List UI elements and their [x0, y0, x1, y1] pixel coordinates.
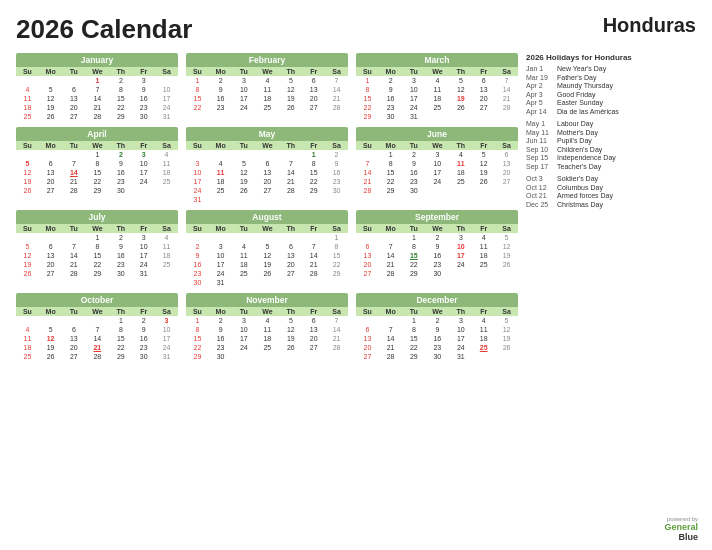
- day-cell: 13: [255, 168, 279, 177]
- dow-header: Fr: [132, 67, 155, 76]
- day-cell: 3: [132, 76, 155, 85]
- dow-header: Th: [279, 307, 302, 316]
- day-cell: 11: [232, 251, 255, 260]
- dow-header: Sa: [495, 307, 518, 316]
- day-cell: 31: [155, 112, 178, 121]
- day-cell: 5: [232, 159, 255, 168]
- day-cell: 30: [425, 269, 449, 278]
- day-cell: 9: [109, 242, 132, 251]
- day-cell: [356, 233, 379, 242]
- day-cell: 13: [62, 94, 85, 103]
- day-cell: 30: [325, 186, 348, 195]
- day-cell: 18: [255, 334, 279, 343]
- day-cell: 31: [209, 278, 233, 287]
- dow-header: Tu: [402, 67, 425, 76]
- day-cell: 21: [495, 94, 518, 103]
- holiday-item: Sep 17Teacher's Day: [526, 163, 696, 170]
- day-cell: 8: [85, 159, 109, 168]
- dow-header: Th: [449, 141, 472, 150]
- day-cell: 9: [379, 85, 403, 94]
- month-table-10: SuMoTuWeThFrSa12345678910111213141516171…: [186, 307, 348, 361]
- day-cell: 3: [449, 233, 472, 242]
- dow-header: Th: [449, 224, 472, 233]
- holiday-name: Columbus Day: [557, 184, 603, 191]
- month-block-october: OctoberSuMoTuWeThFrSa1234567891011121314…: [16, 293, 178, 361]
- day-cell: 6: [302, 76, 325, 85]
- day-cell: 5: [279, 76, 302, 85]
- day-cell: 16: [132, 94, 155, 103]
- day-cell: 23: [109, 177, 132, 186]
- day-cell: 28: [62, 186, 85, 195]
- day-cell: 28: [85, 352, 109, 361]
- day-cell: 2: [402, 150, 425, 159]
- day-cell: 5: [495, 233, 518, 242]
- day-cell: 15: [302, 168, 325, 177]
- day-cell: 11: [255, 85, 279, 94]
- day-cell: 25: [232, 269, 255, 278]
- dow-header: We: [425, 224, 449, 233]
- day-cell: 13: [279, 251, 302, 260]
- holiday-item: May 11Mother's Day: [526, 129, 696, 136]
- day-cell: 25: [209, 186, 233, 195]
- day-cell: 6: [62, 85, 85, 94]
- day-cell: [356, 316, 379, 325]
- day-cell: 12: [16, 168, 39, 177]
- day-cell: 21: [85, 343, 109, 352]
- day-cell: 21: [62, 177, 85, 186]
- dow-header: We: [85, 307, 109, 316]
- day-cell: 5: [495, 316, 518, 325]
- day-cell: 30: [109, 269, 132, 278]
- day-cell: 9: [209, 85, 233, 94]
- day-cell: 18: [449, 168, 472, 177]
- dow-header: Tu: [402, 141, 425, 150]
- day-cell: 14: [379, 334, 403, 343]
- day-cell: 12: [279, 325, 302, 334]
- dow-header: Su: [186, 224, 209, 233]
- holiday-date: Oct 21: [526, 192, 554, 199]
- day-cell: 3: [186, 159, 209, 168]
- day-cell: 11: [16, 334, 39, 343]
- day-cell: 22: [85, 260, 109, 269]
- dow-header: Su: [16, 307, 39, 316]
- day-cell: 10: [132, 159, 155, 168]
- day-cell: 26: [495, 260, 518, 269]
- day-cell: 12: [232, 168, 255, 177]
- day-cell: 30: [109, 186, 132, 195]
- day-cell: 19: [16, 260, 39, 269]
- dow-header: We: [425, 67, 449, 76]
- month-block-september: SeptemberSuMoTuWeThFrSa12345678910111213…: [356, 210, 518, 287]
- day-cell: 6: [472, 76, 495, 85]
- day-cell: 23: [132, 343, 155, 352]
- day-cell: 12: [255, 251, 279, 260]
- day-cell: 28: [325, 343, 348, 352]
- day-cell: 2: [425, 316, 449, 325]
- dow-header: Sa: [325, 67, 348, 76]
- day-cell: 30: [186, 278, 209, 287]
- day-cell: 27: [356, 269, 379, 278]
- day-cell: 19: [279, 94, 302, 103]
- dow-header: Fr: [472, 67, 495, 76]
- day-cell: 21: [325, 334, 348, 343]
- day-cell: 15: [325, 251, 348, 260]
- day-cell: 19: [279, 334, 302, 343]
- day-cell: 8: [356, 85, 379, 94]
- dow-header: Fr: [302, 307, 325, 316]
- day-cell: 15: [85, 251, 109, 260]
- day-cell: [302, 233, 325, 242]
- dow-header: Fr: [132, 307, 155, 316]
- dow-header: We: [255, 307, 279, 316]
- day-cell: 4: [472, 316, 495, 325]
- day-cell: 17: [232, 334, 255, 343]
- day-cell: 26: [472, 177, 495, 186]
- day-cell: [379, 316, 403, 325]
- month-block-april: AprilSuMoTuWeThFrSa123456789101112131415…: [16, 127, 178, 204]
- month-block-june: JuneSuMoTuWeThFrSa1234567891011121314151…: [356, 127, 518, 204]
- day-cell: [472, 269, 495, 278]
- day-cell: 17: [209, 260, 233, 269]
- day-cell: 1: [402, 233, 425, 242]
- day-cell: 27: [302, 103, 325, 112]
- day-cell: 11: [255, 325, 279, 334]
- day-cell: 10: [232, 325, 255, 334]
- day-cell: [39, 233, 63, 242]
- day-cell: 14: [325, 85, 348, 94]
